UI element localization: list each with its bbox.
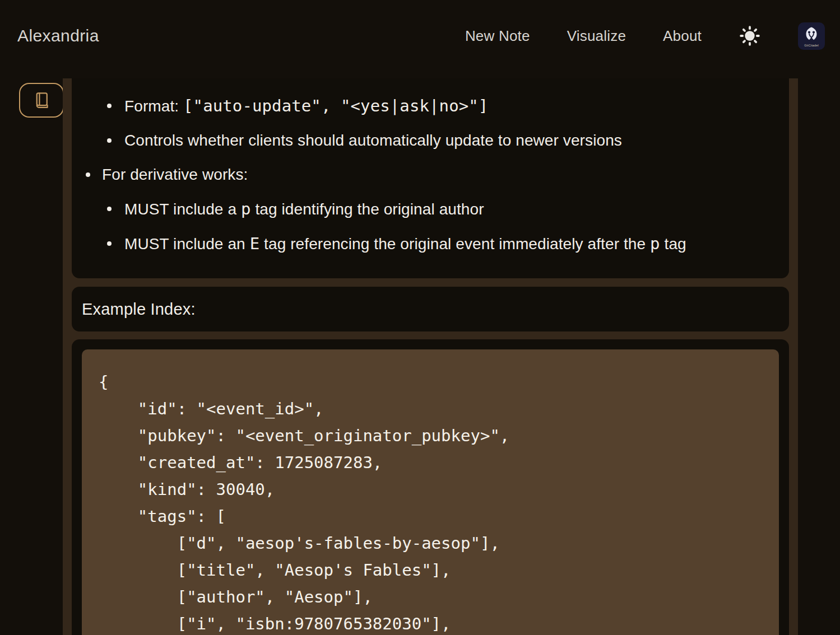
top-navbar: Alexandria New Note Visualize About — [0, 0, 840, 72]
gitcitadel-logo-icon: GitCitadel — [798, 22, 825, 50]
nav-item-new-note[interactable]: New Note — [465, 27, 530, 45]
toc-toggle-button[interactable] — [19, 83, 64, 118]
book-icon — [31, 90, 52, 110]
bullet-text: MUST include a — [124, 200, 241, 218]
requirements-list: Format: ["auto-update", "<yes|ask|no>"]C… — [72, 96, 772, 254]
example-index-label: Example Index: — [82, 300, 196, 319]
inline-code: ["auto-update", "<yes|ask|no>"] — [183, 96, 488, 115]
bullet-text: tag identifying the original author — [251, 200, 484, 218]
app-title[interactable]: Alexandria — [17, 26, 99, 45]
bullet-text: For derivative works: — [102, 166, 248, 183]
json-code-block: { "id": "<event_id>", "pubkey": "<event_… — [82, 349, 779, 635]
main-nav: New Note Visualize About — [465, 22, 825, 50]
bullet-text: MUST include an — [124, 235, 250, 253]
inline-code: E — [250, 234, 260, 253]
example-code-card: { "id": "<event_id>", "pubkey": "<event_… — [72, 339, 789, 635]
gitcitadel-logo[interactable]: GitCitadel — [798, 22, 825, 50]
content-column: Format: ["auto-update", "<yes|ask|no>"]C… — [63, 78, 798, 635]
inline-code: p — [241, 199, 251, 218]
nav-item-about[interactable]: About — [663, 27, 702, 45]
gitcitadel-logo-label: GitCitadel — [804, 43, 819, 46]
bullet-item: Controls whether clients should automati… — [72, 131, 772, 150]
nav-item-visualize[interactable]: Visualize — [567, 27, 626, 45]
bullet-text: Format: — [124, 97, 183, 115]
sun-icon — [739, 25, 761, 47]
bullet-item: Format: ["auto-update", "<yes|ask|no>"] — [72, 96, 772, 116]
bullet-text: tag — [660, 235, 686, 253]
bullet-item: For derivative works: — [72, 165, 772, 184]
bullet-item: MUST include a p tag identifying the ori… — [72, 199, 772, 219]
theme-toggle-button[interactable] — [739, 25, 761, 47]
bullet-item: MUST include an E tag referencing the or… — [72, 234, 772, 254]
example-index-card: Example Index: — [72, 287, 789, 331]
inline-code: p — [650, 234, 660, 253]
bullet-text: tag referencing the original event immed… — [259, 235, 650, 253]
bullet-text: Controls whether clients should automati… — [124, 132, 622, 149]
requirements-card: Format: ["auto-update", "<yes|ask|no>"]C… — [72, 78, 789, 278]
